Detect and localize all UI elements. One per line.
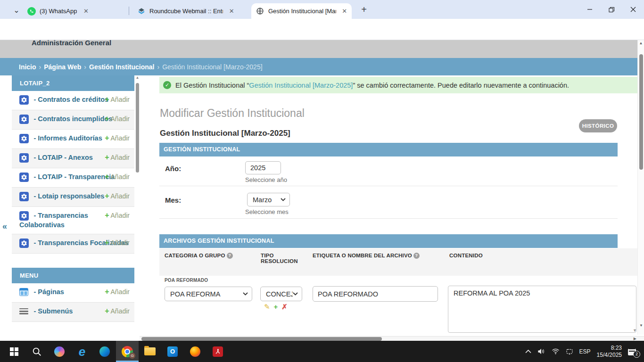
help-icon[interactable]: ? (227, 253, 233, 259)
breadcrumb-link-gestion[interactable]: Gestión Institucional (89, 63, 154, 71)
sidebar-item-label[interactable]: - Submenús (33, 307, 73, 315)
tray-chevron-up-icon[interactable] (525, 349, 531, 354)
clock-date: 15/4/2025 (597, 352, 622, 359)
add-link[interactable]: +Añadir (105, 134, 130, 142)
add-link[interactable]: +Añadir (105, 173, 130, 181)
add-link[interactable]: +Añadir (105, 115, 130, 123)
help-icon[interactable]: ? (413, 253, 420, 259)
taskbar-explorer-button[interactable] (139, 341, 161, 362)
tab-label: (3) WhatsApp (40, 8, 77, 15)
sidebar-collapse-icon[interactable]: « (2, 222, 7, 231)
gear-icon (19, 134, 29, 143)
tab-whatsapp[interactable]: (3) WhatsApp ✕ (23, 3, 126, 19)
page-vertical-scrollbar[interactable]: ▲ ▼ (637, 40, 644, 335)
sidebar-item-label[interactable]: - Páginas (33, 288, 64, 296)
volume-icon[interactable] (537, 348, 545, 355)
sidebar-item-label[interactable]: - LOTAIP - Anexos (33, 154, 92, 161)
delete-x-icon[interactable]: ✗ (281, 303, 288, 311)
language-indicator[interactable]: ESP (579, 348, 591, 355)
taskbar-acrobat-button[interactable] (206, 341, 229, 362)
tab-close-icon[interactable]: ✕ (341, 7, 348, 16)
tab-search-chevron-icon[interactable]: ⌄ (10, 4, 23, 16)
taskbar-outlook-button[interactable]: O (161, 341, 184, 362)
sidebar-item-label[interactable]: - Transparencias Colaborativas (19, 212, 88, 229)
add-link[interactable]: +Añadir (105, 153, 130, 162)
mes-select[interactable]: Marzo (247, 193, 290, 206)
success-object-link[interactable]: Gestión Institucional [Marzo-2025] (249, 82, 353, 89)
historico-button[interactable]: HISTÓRICO (579, 119, 617, 132)
restore-button[interactable] (601, 0, 622, 19)
wifi-icon[interactable] (552, 348, 560, 354)
sidebar-scrollbar-thumb[interactable] (136, 83, 139, 173)
sidebar-item-contratos-creditos[interactable]: - Contratos de créditos +Añadir (12, 91, 134, 110)
sidebar-item-label[interactable]: - Contratos de créditos (33, 96, 108, 103)
sidebar-scrollbar[interactable]: ▲ (135, 75, 140, 335)
sidebar-item-label[interactable]: - Lotaip responsables (33, 192, 104, 200)
success-message: ✓ El Gestión Institucional “Gestión Inst… (159, 77, 637, 93)
divider (159, 218, 618, 219)
taskbar-firefox-button[interactable] (184, 341, 206, 362)
add-plus-icon[interactable]: + (274, 303, 278, 311)
tab-label: Roundcube Webmail :: Entrada (149, 8, 223, 15)
new-tab-button[interactable]: + (358, 4, 370, 16)
cast-icon[interactable] (566, 348, 573, 355)
sidebar-item-transparencias-focalizadas[interactable]: - Transparencias Focalizadas +Añadir (12, 234, 134, 254)
etiqueta-input[interactable] (313, 286, 438, 302)
plus-icon: + (105, 211, 109, 219)
add-link[interactable]: +Añadir (105, 192, 130, 200)
vertical-scrollbar-thumb[interactable] (639, 54, 643, 170)
sidebar-item-contratos-incumplidos[interactable]: - Contratos incumplidos +Añadir (12, 110, 134, 130)
close-window-button[interactable] (622, 0, 644, 19)
page-horizontal-scrollbar[interactable]: ▶ (140, 336, 644, 341)
taskbar-search-button[interactable] (25, 341, 48, 362)
sidebar-item-paginas[interactable]: - Páginas +Añadir (12, 283, 134, 303)
categoria-select[interactable]: POA REFORMA (165, 287, 252, 301)
taskbar-copilot-button[interactable] (48, 341, 71, 362)
anio-input[interactable] (245, 161, 281, 174)
sidebar-item-lotaip-anexos[interactable]: - LOTAIP - Anexos +Añadir (12, 149, 134, 168)
sidebar-item-submenus[interactable]: - Submenús +Añadir (12, 303, 134, 322)
sidebar-item-transparencias-colaborativas[interactable]: - Transparencias Colaborativas +Añadir (12, 207, 134, 234)
sidebar-item-lotaip-responsables[interactable]: - Lotaip responsables +Añadir (12, 188, 134, 207)
scrollbar-down-icon[interactable]: ▼ (638, 322, 644, 329)
minimize-button[interactable] (579, 0, 601, 19)
hamburger-icon (19, 308, 28, 315)
taskbar-chrome-button-active[interactable]: G (116, 341, 139, 362)
taskbar: e G O ESP 8:23 15/4/2025 2 (0, 341, 644, 362)
sidebar-item-label[interactable]: - LOTAIP - Transparencia (33, 173, 115, 181)
sidebar-item-lotaip-transparencia[interactable]: - LOTAIP - Transparencia +Añadir (12, 168, 134, 188)
tab-gestion-institucional-active[interactable]: Gestión Institucional [Marzo-20 ✕ (251, 3, 352, 19)
add-link[interactable]: +Añadir (105, 288, 130, 296)
gear-icon (19, 173, 29, 182)
browser-tab-strip: ⌄ (3) WhatsApp ✕ Roundcube Webmail :: En… (0, 0, 644, 19)
mes-select-value: Marzo (253, 196, 281, 204)
tab-close-icon[interactable]: ✕ (228, 7, 235, 16)
sidebar-item-label[interactable]: - Contratos incumplidos (33, 115, 112, 123)
add-link[interactable]: +Añadir (105, 95, 130, 104)
tipo-resolucion-select[interactable]: CONCEJO (260, 287, 302, 301)
tab-close-icon[interactable]: ✕ (82, 7, 90, 16)
tab-roundcube[interactable]: Roundcube Webmail :: Entrada ✕ (132, 3, 239, 19)
breadcrumb-separator: › (84, 63, 86, 71)
horizontal-scrollbar-thumb[interactable] (141, 337, 382, 341)
breadcrumb-link-pagina-web[interactable]: Página Web (44, 63, 81, 71)
clock[interactable]: 8:23 15/4/2025 (597, 345, 622, 359)
sidebar-item-label[interactable]: - Informes Auditorías (33, 134, 102, 142)
add-link[interactable]: +Añadir (105, 211, 130, 220)
plus-icon: + (105, 153, 109, 161)
contenido-textarea[interactable]: REFORMA AL POA 2025 (448, 286, 636, 333)
textarea-scroll-down-icon[interactable]: ▼ (633, 328, 637, 333)
add-link[interactable]: +Añadir (105, 239, 130, 247)
scrollbar-up-icon[interactable]: ▲ (135, 75, 140, 80)
add-link[interactable]: +Añadir (105, 307, 130, 315)
taskbar-ie-button[interactable]: e (71, 341, 93, 362)
notification-center-button[interactable]: 2 (628, 347, 638, 356)
start-button[interactable] (3, 341, 25, 362)
notification-badge: 2 (633, 351, 640, 358)
breadcrumb-separator: › (157, 63, 159, 71)
taskbar-edge-button[interactable] (93, 341, 116, 362)
breadcrumb-link-inicio[interactable]: Inicio (19, 63, 36, 71)
edit-pencil-icon[interactable]: ✎ (264, 303, 270, 311)
sidebar-item-informes-auditorias[interactable]: - Informes Auditorías +Añadir (12, 130, 134, 149)
scrollbar-up-icon[interactable]: ▲ (638, 40, 644, 47)
